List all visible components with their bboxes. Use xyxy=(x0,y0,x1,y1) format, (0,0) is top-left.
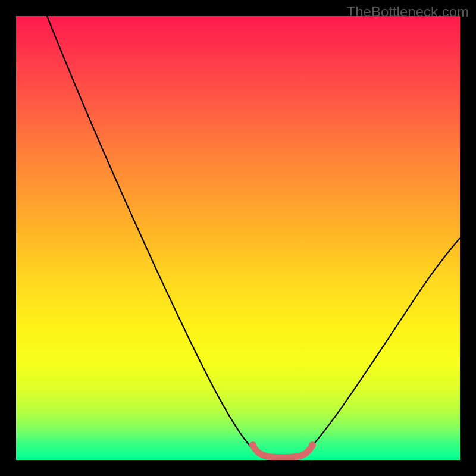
bottleneck-curve xyxy=(47,16,460,458)
chart-svg xyxy=(16,16,460,460)
watermark-text: TheBottleneck.com xyxy=(347,4,469,20)
plot-area xyxy=(16,16,460,460)
marker-dot-left xyxy=(249,441,256,449)
optimal-range-marker xyxy=(253,446,312,458)
marker-dot-right xyxy=(309,441,316,449)
